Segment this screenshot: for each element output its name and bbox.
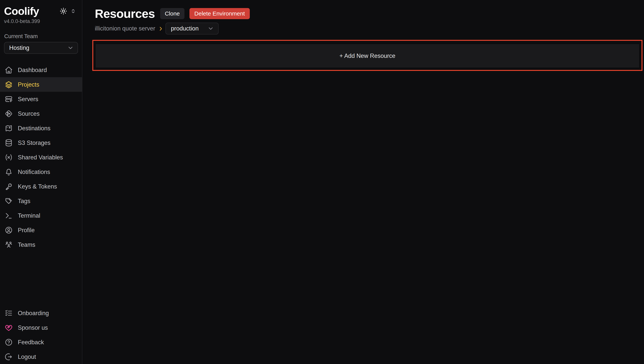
- theme-selector-chevrons-icon[interactable]: [70, 8, 76, 14]
- sidebar-item-shared-variables[interactable]: Shared Variables: [0, 150, 82, 164]
- sidebar-item-dashboard[interactable]: Dashboard: [0, 63, 82, 77]
- user-circle-icon: [4, 226, 13, 234]
- breadcrumb: illicitonion quote server production: [95, 22, 644, 34]
- chevron-right-icon: [158, 26, 164, 32]
- sidebar-item-destinations[interactable]: Destinations: [0, 121, 82, 136]
- sidebar: Coolify v4.0.0-beta.399 Current Team Hos…: [0, 0, 82, 364]
- logout-icon: [4, 353, 13, 361]
- sidebar-item-keys-tokens[interactable]: Keys & Tokens: [0, 179, 82, 194]
- sidebar-item-tags[interactable]: Tags: [0, 194, 82, 208]
- delete-environment-button[interactable]: Delete Environment: [190, 8, 250, 19]
- bell-icon: [4, 168, 13, 176]
- sidebar-item-sources[interactable]: Sources: [0, 106, 82, 121]
- git-diamond-icon: [4, 110, 13, 118]
- sidebar-item-teams[interactable]: Teams: [0, 237, 82, 252]
- main-content: Resources Clone Delete Environment illic…: [82, 0, 644, 364]
- add-new-resource-button[interactable]: + Add New Resource: [95, 44, 640, 68]
- list-checks-icon: [4, 309, 13, 317]
- map-icon: [4, 124, 13, 132]
- app-logo: Coolify: [4, 5, 39, 17]
- sidebar-item-feedback[interactable]: Feedback: [0, 335, 82, 350]
- page-header: Resources Clone Delete Environment: [95, 8, 644, 20]
- environment-select[interactable]: production: [166, 22, 218, 34]
- theme-sun-icon[interactable]: [60, 7, 67, 15]
- sidebar-item-profile[interactable]: Profile: [0, 223, 82, 237]
- chevron-down-icon: [67, 45, 74, 51]
- app-version: v4.0.0-beta.399: [4, 18, 78, 24]
- layers-icon: [4, 80, 13, 89]
- chevron-down-icon: [208, 25, 214, 32]
- heart-hands-icon: [4, 324, 13, 332]
- sidebar-item-logout[interactable]: Logout: [0, 350, 82, 364]
- sidebar-item-projects[interactable]: Projects: [0, 77, 82, 92]
- database-icon: [4, 139, 13, 147]
- users-group-icon: [4, 240, 13, 249]
- sidebar-nav: Dashboard Projects Servers Sources Desti…: [0, 63, 82, 252]
- sidebar-item-onboarding[interactable]: Onboarding: [0, 306, 82, 320]
- server-icon: [4, 95, 13, 103]
- tags-icon: [4, 197, 13, 205]
- clone-button[interactable]: Clone: [160, 8, 184, 19]
- sidebar-footer-nav: Onboarding Sponsor us Feedback Logout: [0, 306, 82, 364]
- brand-block: Coolify v4.0.0-beta.399 Current Team Hos…: [0, 0, 82, 54]
- sidebar-item-s3-storages[interactable]: S3 Storages: [0, 136, 82, 150]
- variable-icon: [4, 153, 13, 162]
- add-new-resource-label: + Add New Resource: [340, 52, 395, 60]
- key-icon: [4, 182, 13, 190]
- home-icon: [4, 66, 13, 74]
- current-team-label: Current Team: [4, 33, 78, 40]
- team-select-value: Hosting: [9, 44, 29, 51]
- sidebar-item-notifications[interactable]: Notifications: [0, 164, 82, 179]
- help-circle-icon: [4, 338, 13, 346]
- sidebar-item-servers[interactable]: Servers: [0, 92, 82, 106]
- environment-select-value: production: [171, 25, 199, 32]
- page-title: Resources: [95, 8, 155, 20]
- sidebar-item-sponsor-us[interactable]: Sponsor us: [0, 320, 82, 335]
- breadcrumb-project-link[interactable]: illicitonion quote server: [95, 25, 155, 32]
- terminal-icon: [4, 212, 13, 220]
- highlight-outline: + Add New Resource: [92, 40, 642, 71]
- sidebar-item-terminal[interactable]: Terminal: [0, 208, 82, 223]
- team-select[interactable]: Hosting: [4, 42, 78, 54]
